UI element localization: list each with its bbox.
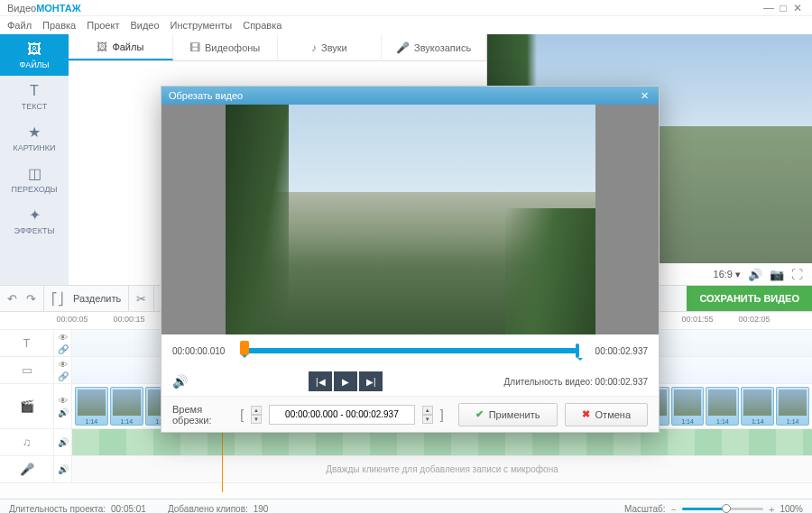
- mic-track-icon: 🎤: [20, 463, 34, 476]
- source-tabs: 🖼Файлы 🎞Видеофоны ♪Звуки 🎤Звукозапись: [69, 34, 486, 61]
- trim-range-label: Время обрезки:: [172, 404, 233, 426]
- undo-button[interactable]: ↶: [7, 292, 17, 306]
- next-button[interactable]: ▶|: [359, 371, 383, 391]
- fullscreen-icon[interactable]: ⛶: [791, 268, 803, 281]
- zoom-slider[interactable]: [682, 508, 763, 510]
- play-button[interactable]: ▶: [334, 371, 357, 391]
- eye-icon[interactable]: 👁: [59, 360, 68, 370]
- video-clip[interactable]: 1:14: [75, 387, 108, 426]
- dialog-volume-icon[interactable]: 🔊: [172, 374, 188, 389]
- trim-range-input[interactable]: [269, 405, 415, 425]
- sidebar-tab-effects[interactable]: ✦ЭФФЕКТЫ: [0, 200, 69, 242]
- project-duration-label: Длительность проекта:: [9, 504, 106, 513]
- titlebar: ВидеоМОНТАЖ — □ ✕: [0, 0, 812, 16]
- video-clip[interactable]: 1:14: [671, 387, 705, 426]
- spin-up[interactable]: ▲: [422, 406, 433, 415]
- spin-down[interactable]: ▼: [422, 415, 433, 424]
- ruler-tick: 00:00:15: [113, 315, 144, 324]
- dialog-titlebar[interactable]: Обрезать видео ✕: [161, 87, 659, 105]
- files-icon: 🖼: [27, 41, 42, 58]
- clips-count-label: Добавлено клипов:: [168, 504, 248, 513]
- split-button[interactable]: Разделить: [73, 293, 121, 304]
- split-icon: ⎡⎦: [51, 292, 64, 306]
- window-maximize[interactable]: □: [776, 2, 790, 14]
- zoom-in-button[interactable]: +: [769, 504, 774, 514]
- tab-files[interactable]: 🖼Файлы: [69, 34, 173, 60]
- zoom-out-button[interactable]: −: [671, 504, 677, 514]
- link-icon[interactable]: 🔗: [58, 344, 69, 354]
- duration-label: Длительность видео: 00:00:02.937: [504, 377, 648, 387]
- dialog-title: Обрезать видео: [169, 90, 243, 101]
- sidebar: 🖼ФАЙЛЫ TТЕКСТ ★КАРТИНКИ ◫ПЕРЕХОДЫ ✦ЭФФЕК…: [0, 34, 69, 285]
- text-track-icon: T: [23, 336, 31, 350]
- trim-handle-end[interactable]: [576, 344, 579, 358]
- tab-record[interactable]: 🎤Звукозапись: [382, 34, 486, 60]
- video-clip[interactable]: 1:14: [706, 387, 739, 426]
- film-icon: 🎞: [189, 41, 200, 54]
- apply-button[interactable]: ✔Применить: [458, 403, 558, 426]
- cancel-button[interactable]: ✖Отмена: [565, 403, 648, 426]
- trim-slider[interactable]: [243, 348, 577, 353]
- bracket-right[interactable]: ]: [440, 408, 444, 422]
- zoom-label: Масштаб:: [624, 504, 666, 513]
- eye-icon[interactable]: 👁: [59, 396, 68, 406]
- sidebar-tab-files[interactable]: 🖼ФАЙЛЫ: [0, 34, 69, 76]
- ruler-tick: 00:02:05: [738, 315, 770, 324]
- vol-icon[interactable]: 🔊: [58, 437, 69, 447]
- link-icon[interactable]: 🔗: [58, 371, 69, 381]
- cut-button[interactable]: ✂: [136, 292, 146, 306]
- sound-icon[interactable]: 🔊: [748, 268, 762, 281]
- sidebar-tab-text[interactable]: TТЕКСТ: [0, 76, 69, 117]
- mic-icon: 🎤: [396, 41, 410, 54]
- video-clip[interactable]: 1:14: [110, 387, 143, 426]
- window-minimize[interactable]: —: [761, 2, 776, 14]
- menu-file[interactable]: Файл: [7, 20, 32, 31]
- video-clip[interactable]: 1:14: [776, 387, 809, 426]
- audio-lane[interactable]: [72, 429, 812, 455]
- ruler-tick: 00:00:05: [56, 315, 88, 324]
- picture-icon: 🖼: [97, 41, 107, 53]
- window-close[interactable]: ✕: [790, 2, 805, 14]
- app-brand: ВидеоМОНТАЖ: [7, 3, 81, 14]
- image-track-icon: ▭: [22, 363, 32, 377]
- trim-start-value: 00:00:00.010: [172, 346, 234, 356]
- mic-lane[interactable]: Дважды кликните для добавления записи с …: [72, 456, 812, 482]
- sparkle-icon: ✦: [29, 206, 41, 224]
- eye-icon[interactable]: 👁: [59, 333, 68, 343]
- clips-count-value: 190: [254, 504, 269, 513]
- save-video-button[interactable]: СОХРАНИТЬ ВИДЕО: [687, 286, 812, 311]
- menu-video[interactable]: Видео: [130, 20, 159, 31]
- aspect-ratio-select[interactable]: 16:9 ▾: [714, 269, 741, 280]
- project-duration-value: 00:05:01: [111, 504, 146, 513]
- video-clip[interactable]: 1:14: [741, 387, 774, 426]
- ruler-tick: 00:01:55: [681, 315, 713, 324]
- video-track-icon: 🎬: [20, 399, 34, 413]
- vol-icon[interactable]: 🔊: [58, 464, 69, 474]
- cross-icon: ✖: [582, 408, 590, 420]
- tab-sounds[interactable]: ♪Звуки: [278, 34, 383, 60]
- sidebar-tab-images[interactable]: ★КАРТИНКИ: [0, 117, 69, 159]
- menu-tools[interactable]: Инструменты: [171, 20, 233, 31]
- spin-down[interactable]: ▼: [251, 415, 262, 424]
- trim-handle-start[interactable]: [240, 341, 249, 355]
- statusbar: Длительность проекта: 00:05:01 Добавлено…: [0, 499, 812, 513]
- menu-project[interactable]: Проект: [87, 20, 119, 31]
- zoom-value: 100%: [780, 504, 803, 513]
- trim-end-value: 00:00:02.937: [586, 346, 648, 356]
- vol-icon[interactable]: 🔊: [58, 408, 69, 417]
- dialog-close-button[interactable]: ✕: [637, 90, 651, 102]
- spin-up[interactable]: ▲: [251, 406, 262, 415]
- check-icon: ✔: [475, 408, 484, 420]
- bracket-left[interactable]: [: [240, 408, 244, 422]
- menu-help[interactable]: Справка: [243, 20, 281, 31]
- tab-videobg[interactable]: 🎞Видеофоны: [173, 34, 278, 60]
- menu-edit[interactable]: Правка: [42, 20, 76, 31]
- prev-button[interactable]: |◀: [309, 371, 332, 391]
- redo-button[interactable]: ↷: [26, 292, 36, 306]
- text-icon: T: [30, 83, 39, 99]
- transition-icon: ◫: [28, 165, 42, 182]
- audio-track-icon: ♫: [23, 435, 32, 449]
- track-audio: ♫ 🔊: [0, 429, 812, 456]
- sidebar-tab-transitions[interactable]: ◫ПЕРЕХОДЫ: [0, 159, 69, 200]
- snapshot-icon[interactable]: 📷: [770, 268, 784, 281]
